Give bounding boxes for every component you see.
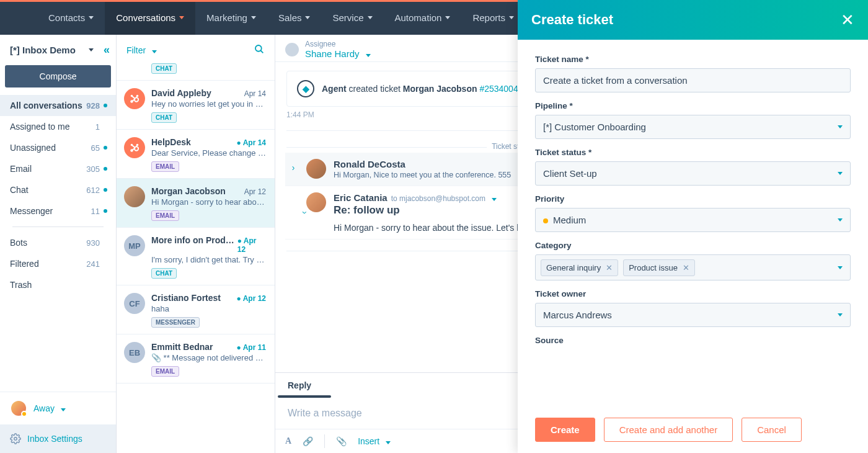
collapse-sidebar-icon[interactable]: « bbox=[104, 43, 110, 56]
conversation-name: Cristiano Fortest bbox=[151, 293, 221, 303]
sidebar-item-all-conversations[interactable]: All conversations928 bbox=[0, 95, 116, 116]
nav-automation[interactable]: Automation bbox=[384, 0, 462, 35]
link-icon[interactable]: 🔗 bbox=[303, 436, 313, 446]
search-icon[interactable] bbox=[254, 43, 265, 56]
nav-marketing[interactable]: Marketing bbox=[195, 0, 267, 35]
avatar bbox=[306, 159, 326, 179]
sidebar-item-filtered[interactable]: Filtered241 bbox=[0, 253, 116, 274]
insert-dropdown[interactable]: Insert bbox=[358, 436, 391, 446]
pipeline-label: Pipeline * bbox=[535, 101, 851, 110]
panel-title: Create ticket bbox=[531, 12, 613, 28]
conversation-date: Apr 12 bbox=[244, 187, 266, 196]
font-icon[interactable]: A bbox=[285, 436, 291, 446]
presence-toggle[interactable]: Away bbox=[0, 392, 116, 424]
category-label: Category bbox=[535, 241, 851, 250]
badge-chat: CHAT bbox=[151, 63, 177, 74]
nav-sales[interactable]: Sales bbox=[267, 0, 322, 35]
conversation-preview: Hey no worries let get you in cont… bbox=[151, 99, 266, 109]
conversation-name: Morgan Jacobson bbox=[151, 186, 226, 196]
assignee-avatar bbox=[285, 43, 299, 56]
cancel-button[interactable]: Cancel bbox=[742, 418, 802, 442]
sidebar-item-messenger[interactable]: Messenger11 bbox=[0, 200, 116, 222]
conversation-preview: 📎 ** Message not delivered ** Y… bbox=[151, 353, 266, 362]
conversation-name: David Appleby bbox=[151, 88, 211, 98]
conversation-item[interactable]: CF Cristiano FortestApr 12 haha MESSENGE… bbox=[117, 285, 275, 334]
nav-conversations[interactable]: Conversations bbox=[105, 0, 195, 35]
avatar bbox=[124, 186, 145, 207]
ticket-status-label: Ticket status * bbox=[535, 148, 851, 157]
remove-chip-icon[interactable]: ✕ bbox=[683, 263, 689, 272]
conversation-preview: haha bbox=[151, 304, 266, 313]
svg-line-9 bbox=[260, 50, 263, 53]
priority-select[interactable]: Medium bbox=[535, 208, 851, 232]
logo[interactable] bbox=[0, 9, 37, 26]
avatar: CF bbox=[124, 293, 145, 314]
sidebar-item-unassigned[interactable]: Unassigned65 bbox=[0, 137, 116, 158]
conversation-date: Apr 12 bbox=[237, 236, 266, 254]
conversation-item[interactable]: Morgan JacobsonApr 12 Hi Morgan - sorry … bbox=[117, 179, 275, 228]
attachment-icon[interactable]: 📎 bbox=[336, 436, 347, 446]
conversation-list: Filter CHAT David ApplebyApr 14 Hey no w… bbox=[117, 35, 275, 453]
sidebar-item-assigned-to-me[interactable]: Assigned to me1 bbox=[0, 116, 116, 137]
conversation-preview: Dear Service, Please change your… bbox=[151, 148, 266, 158]
user-avatar bbox=[10, 400, 27, 417]
filter-dropdown[interactable]: Filter bbox=[126, 45, 157, 55]
inbox-settings-link[interactable]: Inbox Settings bbox=[0, 424, 116, 453]
nav-reports[interactable]: Reports bbox=[461, 0, 525, 35]
ticket-owner-select[interactable]: Marcus Andrews bbox=[535, 303, 851, 327]
channel-badge: CHAT bbox=[151, 112, 177, 123]
svg-point-8 bbox=[255, 45, 262, 52]
sidebar-item-email[interactable]: Email305 bbox=[0, 158, 116, 179]
ticket-status-select[interactable]: Client Set-up bbox=[535, 161, 851, 186]
channel-badge: EMAIL bbox=[151, 161, 179, 172]
nav-service[interactable]: Service bbox=[321, 0, 383, 35]
ticket-link[interactable]: #2534004 bbox=[479, 84, 518, 94]
svg-point-7 bbox=[14, 437, 17, 441]
close-icon[interactable]: ✕ bbox=[841, 11, 854, 30]
conversation-item[interactable]: MP More info on Produ…Apr 12 I'm sorry, … bbox=[117, 228, 275, 285]
chevron-down-icon: › bbox=[275, 207, 314, 218]
ticket-owner-label: Ticket owner bbox=[535, 289, 851, 298]
assignee-dropdown[interactable]: Shane Hardy bbox=[305, 48, 371, 59]
create-add-another-button[interactable]: Create and add another bbox=[604, 418, 733, 442]
svg-line-15 bbox=[132, 96, 135, 99]
conversation-date: Apr 14 bbox=[244, 89, 266, 98]
ticket-name-input[interactable] bbox=[535, 68, 851, 92]
compose-button[interactable]: Compose bbox=[5, 65, 111, 87]
conversation-name: Emmitt Bednar bbox=[151, 342, 213, 352]
nav-contacts[interactable]: Contacts bbox=[37, 0, 105, 35]
create-ticket-panel: Create ticket ✕ Ticket name * Pipeline *… bbox=[518, 0, 868, 453]
reply-tab[interactable]: Reply bbox=[275, 373, 324, 395]
message-sender: Eric Catania bbox=[334, 192, 388, 203]
conversation-name: More info on Produ… bbox=[151, 235, 237, 245]
assignee-label: Assignee bbox=[305, 40, 371, 48]
channel-badge: CHAT bbox=[151, 268, 177, 279]
conversation-item[interactable]: David ApplebyApr 14 Hey no worries let g… bbox=[117, 81, 275, 130]
conversation-date: Apr 14 bbox=[237, 138, 267, 147]
conversation-item[interactable]: EB Emmitt BednarApr 11 📎 ** Message not … bbox=[117, 334, 275, 383]
channel-badge: EMAIL bbox=[151, 366, 179, 377]
channel-badge: EMAIL bbox=[151, 210, 179, 221]
create-button[interactable]: Create bbox=[535, 418, 595, 442]
avatar: EB bbox=[124, 342, 145, 363]
sidebar-item-bots[interactable]: Bots930 bbox=[0, 232, 116, 253]
conversation-date: Apr 12 bbox=[237, 294, 267, 303]
chevron-right-icon: › bbox=[288, 159, 299, 179]
gear-icon bbox=[10, 433, 21, 444]
conversation-preview: Hi Morgan - sorry to hear about th… bbox=[151, 197, 266, 207]
message-recipient: to mjacobson@hubspot.com bbox=[391, 194, 485, 203]
category-chip: General inquiry✕ bbox=[541, 259, 618, 276]
sidebar-item-chat[interactable]: Chat612 bbox=[0, 179, 116, 200]
svg-line-16 bbox=[136, 96, 137, 97]
pipeline-select[interactable]: [*] Customer Onboarding bbox=[535, 115, 851, 139]
ticket-icon: ◆ bbox=[297, 80, 314, 97]
sidebar-item-trash[interactable]: Trash bbox=[0, 274, 116, 295]
sidebar: [*] Inbox Demo « Compose All conversatio… bbox=[0, 35, 117, 453]
source-label: Source bbox=[535, 336, 851, 345]
conversation-item[interactable]: HelpDeskApr 14 Dear Service, Please chan… bbox=[117, 130, 275, 179]
priority-label: Priority bbox=[535, 194, 851, 204]
category-select[interactable]: General inquiry✕ Product issue✕ bbox=[535, 254, 851, 280]
conversation-date: Apr 11 bbox=[237, 343, 267, 352]
remove-chip-icon[interactable]: ✕ bbox=[606, 263, 613, 272]
inbox-title[interactable]: [*] Inbox Demo bbox=[10, 45, 76, 55]
